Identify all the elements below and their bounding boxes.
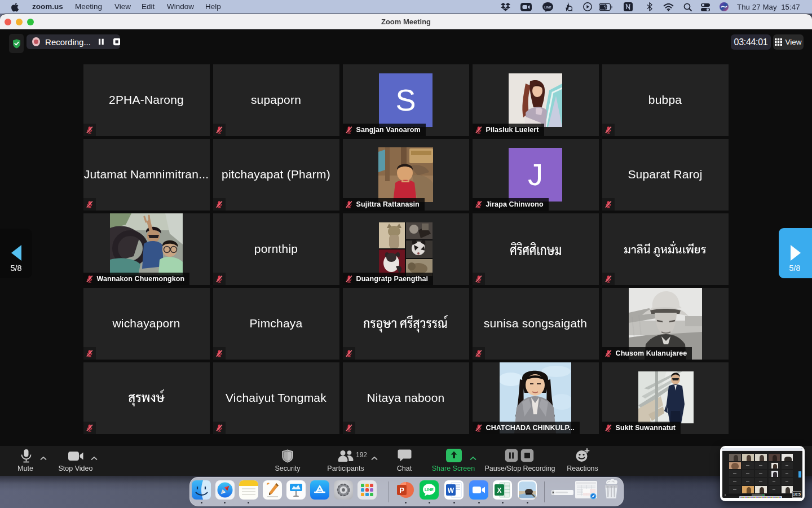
svg-text:LINE: LINE [425,488,434,492]
svg-text:LINE: LINE [544,6,551,9]
svg-text:P: P [399,486,404,494]
svg-text:X: X [497,487,501,494]
svg-text:W: W [448,487,454,494]
